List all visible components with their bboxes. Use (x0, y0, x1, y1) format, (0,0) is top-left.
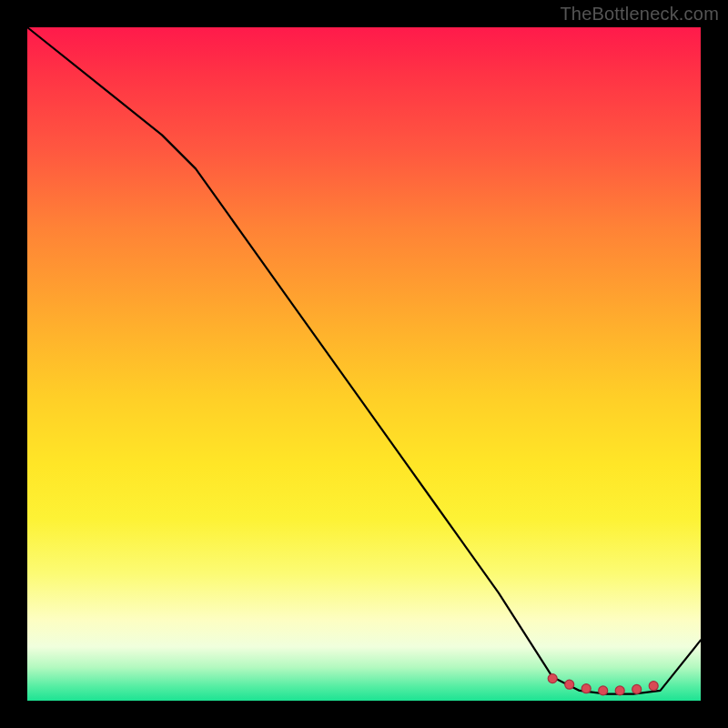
marker-dot (565, 680, 574, 689)
marker-dot (615, 686, 624, 695)
chart-canvas: TheBottleneck.com (0, 0, 728, 728)
marker-dot (581, 684, 591, 693)
marker-dot (548, 674, 557, 683)
chart-overlay (27, 27, 701, 701)
watermark-text: TheBottleneck.com (560, 4, 719, 25)
marker-dot (599, 686, 608, 695)
marker-dot (632, 684, 642, 693)
marker-dot (649, 682, 658, 691)
line-series-curve (27, 27, 701, 694)
